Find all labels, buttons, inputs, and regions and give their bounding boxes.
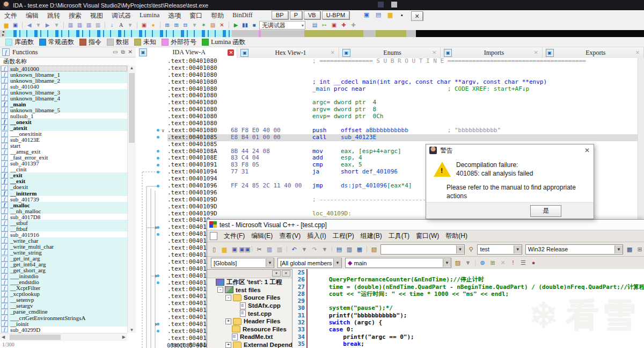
tree-item-test-cpp[interactable]: test.cpp xyxy=(207,309,292,317)
function-item[interactable]: f_get_short_arg xyxy=(0,267,127,273)
ida-menu-编辑[interactable]: 编辑 xyxy=(21,10,43,21)
vcpp-menu-工具(T)[interactable]: 工具(T) xyxy=(385,230,413,242)
breakpoint-add-icon[interactable]: ✚ xyxy=(340,21,348,29)
function-item[interactable]: f_atexit xyxy=(0,125,127,130)
yes-button[interactable]: 是 xyxy=(530,205,561,217)
vcpp-menu-文件(F)[interactable]: 文件(F) xyxy=(221,230,248,242)
debug-button-p[interactable]: P xyxy=(290,11,302,19)
functions-hscrollbar[interactable]: ◀ ▶ xyxy=(0,333,127,341)
function-item[interactable]: f__ftbuf xyxy=(0,226,127,231)
function-item[interactable]: funknown_libname_2 xyxy=(0,77,127,83)
function-item[interactable]: f_get_int64_arg xyxy=(0,262,127,267)
disasm-line[interactable]: .text:00401080; =============== S U B R … xyxy=(136,58,644,65)
scroll-left-icon[interactable]: ◀ xyxy=(2,335,5,339)
tab-close-icon[interactable]: ✕ xyxy=(228,49,234,56)
notebook-icon[interactable]: ▤ xyxy=(374,11,383,19)
search-icon[interactable]: ● xyxy=(149,21,157,29)
output-window-icon[interactable]: ▥ xyxy=(345,245,354,254)
disasm-line[interactable]: ∨.text:0040108068 F8 E0 40 00push offset… xyxy=(136,127,644,134)
expand-icon[interactable]: + xyxy=(225,342,231,348)
tree-panel-dock-icon[interactable]: ▾ xyxy=(272,270,281,277)
forward-drop-icon[interactable]: ▼ xyxy=(53,21,61,29)
function-item[interactable]: funknown_libname_5 xyxy=(0,107,127,113)
redo-icon[interactable]: ↷ xyxy=(310,245,319,254)
vcpp-menu-工程(P)[interactable]: 工程(P) xyxy=(330,230,357,242)
attach-icon[interactable]: ▤ xyxy=(311,21,319,29)
folder-icon[interactable]: ▆ xyxy=(386,11,394,19)
navigation-band[interactable]: ◂▸ xyxy=(0,30,644,37)
rename-icon[interactable]: A xyxy=(117,21,125,29)
open-file-icon[interactable]: ▆ xyxy=(2,21,10,29)
function-item[interactable]: f__amsg_exit xyxy=(0,149,127,155)
disasm-line[interactable]: .text:00401085E8 B4 01 00 00call sub_401… xyxy=(136,134,644,141)
forward-icon[interactable]: ▶ xyxy=(43,21,52,29)
function-item[interactable]: funknown_libname_3 xyxy=(0,89,127,95)
save-icon[interactable]: ▣ xyxy=(230,245,239,254)
function-item[interactable]: f__ioinit xyxy=(0,321,127,327)
ida-menu-文件[interactable]: 文件 xyxy=(0,10,21,21)
vcpp-titlebar[interactable]: test - Microsoft Visual C++ - [test.cpp] xyxy=(207,220,644,230)
console-icon[interactable]: ▪ xyxy=(398,11,406,19)
members-combo[interactable]: [All global members ▼ xyxy=(277,258,342,268)
vcpp-menu-编辑(E)[interactable]: 编辑(E) xyxy=(248,230,276,242)
function-item[interactable]: fstart xyxy=(0,143,127,149)
stop-build-icon[interactable]: ✕ xyxy=(498,258,508,267)
function-item[interactable]: f__exit xyxy=(0,178,127,184)
function-item[interactable]: f_write_multi_char xyxy=(0,243,127,249)
debugger-select[interactable]: 无调试器 ▾ xyxy=(259,21,305,30)
find-combo[interactable]: ▼ xyxy=(380,244,465,255)
tab-exports[interactable]: ▣Exports✕ xyxy=(543,47,644,58)
window-list-icon[interactable]: ▦ xyxy=(355,245,364,254)
undo-drop-icon[interactable]: ▼ xyxy=(299,245,309,254)
paste-icon[interactable]: ▥ xyxy=(275,245,284,254)
wizard-bar-icon[interactable]: ▨ xyxy=(453,258,463,267)
tree-item-resource-files[interactable]: Resource Files xyxy=(207,325,292,334)
build-project-icon[interactable]: ⊞ xyxy=(488,258,497,267)
function-item[interactable]: f_get_int_arg xyxy=(0,256,127,262)
config-combo[interactable]: Win32 Release ▼ xyxy=(525,244,623,255)
function-item[interactable]: fsub_40299D xyxy=(0,327,127,332)
tab-close-icon[interactable]: ✕ xyxy=(634,49,641,56)
dialog-titlebar[interactable]: 警告 ✕ xyxy=(426,144,594,156)
compile-icon[interactable]: ⊜ xyxy=(478,258,487,267)
function-item[interactable]: fsub_401739 xyxy=(0,196,127,202)
redo-drop-icon[interactable]: ▼ xyxy=(320,245,330,254)
rename-drop-icon[interactable]: ▼ xyxy=(126,21,134,29)
function-item[interactable]: fsub_4017D8 xyxy=(0,214,127,220)
function-item[interactable]: f__onexit xyxy=(0,119,127,125)
ida-menu-视图[interactable]: 视图 xyxy=(86,10,107,21)
save-all-icon[interactable]: ▣▣ xyxy=(240,245,250,254)
mdi-document-icon[interactable] xyxy=(210,232,217,240)
ida-menu-BinDiff[interactable]: BinDiff xyxy=(228,10,257,21)
scroll-right-icon[interactable]: ▶ xyxy=(122,335,126,339)
function-item[interactable]: fsub_401040 xyxy=(0,83,127,89)
ida-menu-选项[interactable]: 选项 xyxy=(164,10,185,21)
dialog-close-icon[interactable]: ✕ xyxy=(581,147,594,154)
function-combo[interactable]: ◆ main ▼ xyxy=(345,258,451,268)
tab-hex-view-1[interactable]: ▣Hex View-1✕ xyxy=(237,47,339,58)
functions-panel-header[interactable]: f Functions ▭ ⧉ ✕ xyxy=(0,47,136,57)
debug-stop-icon[interactable]: ■ xyxy=(250,21,258,29)
tab-enums[interactable]: ▣Enums✕ xyxy=(339,47,441,58)
tree-item-stdafx-cpp[interactable]: StdAfx.cpp xyxy=(207,302,292,310)
ida-menu-Lumina[interactable]: Lumina xyxy=(135,10,164,21)
collapse-icon[interactable]: - xyxy=(225,295,231,301)
function-item[interactable]: f_main xyxy=(0,101,127,107)
ida-menu-跳转[interactable]: 跳转 xyxy=(43,10,64,21)
breakpoint-del-icon[interactable]: ✚ xyxy=(349,21,357,29)
function-item[interactable]: fsub_401397 xyxy=(0,161,127,166)
cut-icon[interactable]: ✂ xyxy=(254,245,264,254)
toolbar-close-button[interactable]: ✕ xyxy=(411,11,423,21)
navband-arrows-icon[interactable]: ◂▸ xyxy=(0,30,6,37)
hscroll-thumb[interactable] xyxy=(10,335,61,340)
ida-menu-窗口[interactable]: 窗口 xyxy=(185,10,207,21)
vcpp-menu-窗口(W)[interactable]: 窗口(W) xyxy=(413,230,442,242)
find-in-files-icon[interactable]: ▧ xyxy=(369,245,379,254)
project-combo[interactable]: test ▼ xyxy=(477,244,522,255)
go-icon[interactable]: ☰ xyxy=(518,258,528,267)
tab-ida-view-a[interactable]: ▣IDA View-A✕ xyxy=(136,47,237,58)
function-item[interactable]: f__setargv xyxy=(0,303,127,309)
vcpp-menu-帮助(H)[interactable]: 帮助(H) xyxy=(442,230,471,242)
collapse-marker-icon[interactable]: ∨ xyxy=(162,127,164,134)
step-icon[interactable]: ↦ xyxy=(320,21,328,29)
